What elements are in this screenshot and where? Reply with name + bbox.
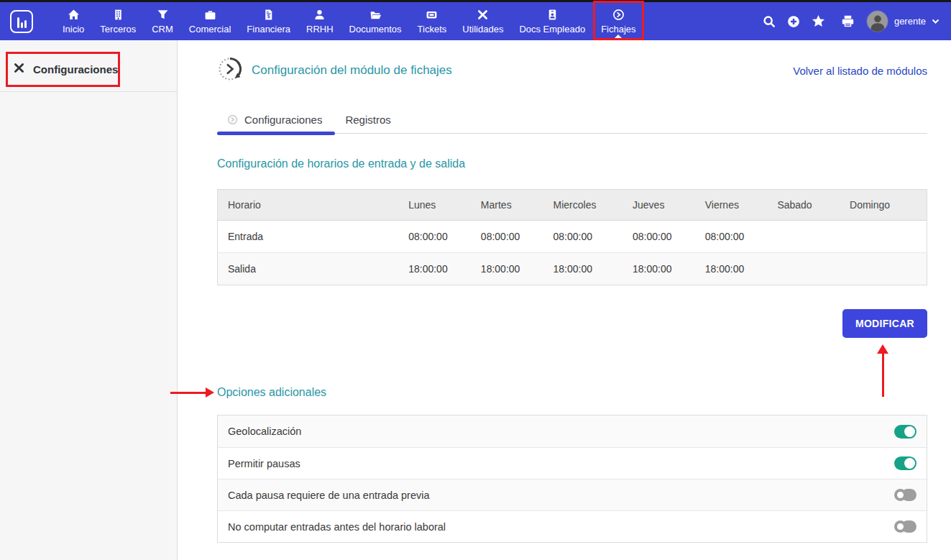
tab-label: Registros bbox=[345, 114, 390, 126]
menu-item-tickets[interactable]: Tickets bbox=[410, 2, 455, 40]
options-section-heading: Opciones adicionales bbox=[217, 386, 927, 399]
folder-open-icon bbox=[369, 9, 382, 21]
option-label: No computar entradas antes del horario l… bbox=[228, 521, 446, 533]
left-sidebar: Configuraciones bbox=[0, 40, 178, 560]
option-row-pausa-entrada-previa: Cada pausa requiere de una entrada previ… bbox=[218, 479, 927, 510]
tab-registros[interactable]: Registros bbox=[335, 106, 403, 133]
search-icon[interactable] bbox=[763, 15, 776, 28]
active-menu-caret bbox=[612, 35, 624, 40]
option-row-permitir-pausas: Permitir pausas bbox=[218, 447, 927, 479]
sidebar-item-label: Configuraciones bbox=[33, 63, 118, 75]
toggle-pausa-entrada-previa[interactable] bbox=[894, 488, 916, 502]
main-menu: Inicio Terceros CRM Comercial bbox=[55, 2, 644, 40]
tools-icon bbox=[477, 9, 489, 21]
option-label: Permitir pausas bbox=[228, 458, 300, 469]
col-header-domingo: Domingo bbox=[840, 190, 927, 221]
cell-entrada-domingo bbox=[840, 221, 927, 253]
chevron-down-icon bbox=[932, 16, 939, 27]
cell-entrada-miercoles: 08:00:00 bbox=[543, 221, 623, 253]
cell-salida-viernes: 18:00:00 bbox=[695, 253, 768, 285]
filter-funnel-icon bbox=[157, 9, 169, 21]
cell-entrada-viernes: 08:00:00 bbox=[695, 221, 768, 253]
menu-item-crm[interactable]: CRM bbox=[144, 2, 181, 40]
cell-salida-sabado bbox=[767, 253, 840, 285]
menu-item-financiera[interactable]: $ Financiera bbox=[239, 2, 298, 40]
option-row-no-computar-entradas: No computar entradas antes del horario l… bbox=[218, 510, 927, 542]
clock-in-icon bbox=[227, 114, 238, 125]
menu-item-label: Financiera bbox=[247, 24, 290, 35]
col-header-viernes: Viernes bbox=[695, 190, 768, 221]
briefcase-icon bbox=[204, 9, 216, 21]
menu-item-label: Docs Empleado bbox=[519, 24, 585, 35]
cell-salida-martes: 18:00:00 bbox=[471, 253, 543, 285]
options-list: Geolocalización Permitir pausas Cada pau… bbox=[217, 415, 927, 543]
option-row-geolocalizacion: Geolocalización bbox=[218, 416, 927, 447]
ticket-icon bbox=[426, 9, 438, 21]
menu-item-comercial[interactable]: Comercial bbox=[181, 2, 239, 40]
clock-in-icon bbox=[612, 9, 625, 21]
cell-entrada-sabado bbox=[767, 221, 840, 253]
menu-item-documentos[interactable]: Documentos bbox=[341, 2, 410, 40]
sidebar-item-configuraciones[interactable]: Configuraciones bbox=[0, 52, 177, 87]
menu-item-terceros[interactable]: Terceros bbox=[92, 2, 144, 40]
menu-item-label: Fichajes bbox=[601, 24, 635, 35]
cell-salida-lunes: 18:00:00 bbox=[398, 253, 471, 285]
bookmark-star-icon[interactable] bbox=[812, 14, 825, 28]
col-header-lunes: Lunes bbox=[398, 190, 471, 221]
menu-item-docs-empleado[interactable]: Docs Empleado bbox=[511, 2, 593, 40]
app-logo[interactable] bbox=[10, 10, 33, 33]
menu-item-label: Documentos bbox=[349, 24, 402, 35]
id-badge-icon bbox=[546, 9, 559, 21]
top-navigation-bar: Inicio Terceros CRM Comercial bbox=[0, 0, 951, 40]
row-label: Salida bbox=[218, 253, 399, 285]
menu-item-label: Tickets bbox=[418, 24, 447, 35]
cell-entrada-martes: 08:00:00 bbox=[471, 221, 543, 253]
tab-configuraciones[interactable]: Configuraciones bbox=[217, 106, 335, 133]
cell-salida-miercoles: 18:00:00 bbox=[543, 253, 623, 285]
add-circle-icon[interactable] bbox=[787, 15, 800, 28]
tab-label: Configuraciones bbox=[244, 114, 322, 126]
tools-icon bbox=[13, 62, 25, 77]
username: gerente bbox=[894, 16, 926, 27]
table-header-row: Horario Lunes Martes Miercoles Jueves Vi… bbox=[218, 190, 927, 221]
page-title: Configuración del módulo de fichajes bbox=[252, 63, 452, 78]
back-to-modules-link[interactable]: Volver al listado de módulos bbox=[793, 65, 927, 77]
menu-item-label: Utilidades bbox=[462, 24, 503, 35]
option-label: Cada pausa requiere de una entrada previ… bbox=[228, 490, 430, 501]
table-row-entrada: Entrada 08:00:00 08:00:00 08:00:00 08:00… bbox=[218, 221, 927, 253]
tab-bar: Configuraciones Registros bbox=[217, 106, 927, 134]
table-row-salida: Salida 18:00:00 18:00:00 18:00:00 18:00:… bbox=[218, 253, 927, 285]
print-icon[interactable] bbox=[841, 14, 855, 28]
invoice-dollar-icon: $ bbox=[262, 9, 275, 21]
col-header-horario: Horario bbox=[218, 190, 399, 221]
menu-item-label: Terceros bbox=[100, 24, 136, 35]
building-icon bbox=[112, 9, 124, 21]
row-label: Entrada bbox=[218, 221, 399, 253]
menu-item-label: RRHH bbox=[306, 24, 334, 35]
modify-button[interactable]: MODIFICAR bbox=[842, 309, 927, 338]
menu-item-utilidades[interactable]: Utilidades bbox=[454, 2, 511, 40]
cell-entrada-jueves: 08:00:00 bbox=[622, 221, 695, 253]
app-window: Inicio Terceros CRM Comercial bbox=[0, 0, 951, 560]
sidebar-divider bbox=[0, 91, 177, 92]
menu-item-fichajes[interactable]: Fichajes bbox=[593, 2, 643, 40]
menu-item-label: Inicio bbox=[63, 24, 84, 35]
avatar bbox=[866, 10, 888, 32]
user-menu[interactable]: gerente bbox=[866, 10, 939, 32]
menu-item-inicio[interactable]: Inicio bbox=[55, 2, 92, 40]
cell-entrada-lunes: 08:00:00 bbox=[398, 221, 471, 253]
home-icon bbox=[68, 9, 80, 21]
schedule-table: Horario Lunes Martes Miercoles Jueves Vi… bbox=[217, 189, 927, 285]
topbar-actions: gerente bbox=[763, 10, 951, 32]
svg-text:$: $ bbox=[267, 14, 270, 19]
toggle-no-computar-entradas[interactable] bbox=[894, 520, 916, 533]
cell-salida-domingo bbox=[840, 253, 927, 285]
page-header: Configuración del módulo de fichajes Vol… bbox=[217, 56, 927, 85]
toggle-permitir-pausas[interactable] bbox=[894, 456, 916, 470]
col-header-jueves: Jueves bbox=[622, 190, 695, 221]
col-header-sabado: Sabado bbox=[767, 190, 840, 221]
col-header-miercoles: Miercoles bbox=[543, 190, 623, 221]
menu-item-rrhh[interactable]: RRHH bbox=[298, 2, 341, 40]
toggle-geolocalizacion[interactable] bbox=[894, 425, 916, 439]
main-content: Configuración del módulo de fichajes Vol… bbox=[178, 40, 951, 560]
